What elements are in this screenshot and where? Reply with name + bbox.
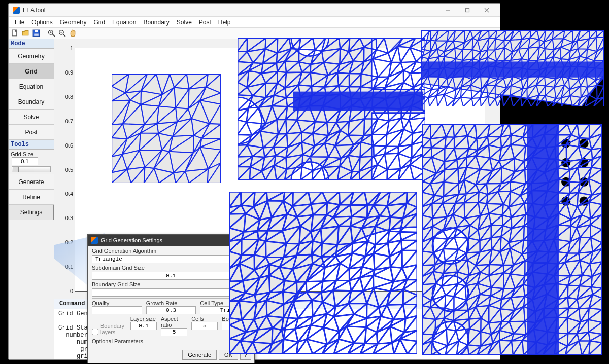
ytick: 0.8 bbox=[65, 94, 75, 100]
mode-grid[interactable]: Grid bbox=[9, 64, 54, 79]
boundary-layers-checkbox[interactable] bbox=[92, 329, 98, 335]
celltype-label: Cell Type bbox=[200, 300, 250, 306]
celltype-select[interactable] bbox=[200, 306, 250, 314]
boundary-gridsize-input[interactable] bbox=[92, 288, 250, 297]
mode-geometry[interactable]: Geometry bbox=[9, 49, 54, 64]
ytick: 0.2 bbox=[65, 239, 75, 245]
refine-button[interactable]: Refine bbox=[9, 190, 54, 205]
ytick: 0.9 bbox=[65, 69, 75, 76]
zoom-out-icon[interactable] bbox=[58, 29, 66, 38]
command-tab[interactable]: Command bbox=[54, 299, 90, 309]
svg-line-13 bbox=[63, 34, 65, 37]
svg-point-29 bbox=[561, 177, 570, 187]
svg-rect-1 bbox=[466, 8, 469, 12]
menu-geometry[interactable]: Geometry bbox=[57, 18, 90, 27]
mode-solve[interactable]: Solve bbox=[9, 110, 54, 125]
menu-solve[interactable]: Solve bbox=[174, 18, 195, 27]
minimize-button[interactable] bbox=[439, 5, 457, 15]
subdomain-label: Subdomain Grid Size bbox=[92, 265, 250, 271]
zoom-in-icon[interactable] bbox=[47, 29, 56, 38]
menu-help[interactable]: Help bbox=[215, 18, 234, 27]
algorithm-label: Grid Generation Algorithm bbox=[92, 248, 250, 254]
settings-button[interactable]: Settings bbox=[9, 205, 54, 220]
svg-point-25 bbox=[561, 139, 570, 148]
cells-label: Cells bbox=[191, 316, 218, 322]
svg-point-26 bbox=[579, 139, 588, 148]
cells-input[interactable] bbox=[191, 322, 218, 330]
xtick: 0.5 bbox=[276, 291, 284, 298]
svg-point-30 bbox=[579, 177, 588, 187]
close-icon[interactable]: ✕ bbox=[242, 237, 251, 244]
subdomain-gridsize-input[interactable] bbox=[92, 272, 250, 280]
mode-post[interactable]: Post bbox=[9, 125, 54, 140]
menu-boundary[interactable]: Boundary bbox=[140, 18, 172, 27]
ytick: 0.3 bbox=[65, 215, 75, 221]
menu-post[interactable]: Post bbox=[196, 18, 214, 27]
maximize-button[interactable] bbox=[458, 5, 477, 15]
dialog-title: Grid Generation Settings bbox=[101, 237, 162, 243]
gridsize-label: Grid Size bbox=[9, 150, 54, 157]
growth-rate-input[interactable] bbox=[146, 306, 196, 314]
dialog-ok-button[interactable]: OK bbox=[219, 350, 238, 360]
mode-header: Mode bbox=[9, 39, 54, 49]
ytick: 1 bbox=[70, 45, 75, 51]
open-folder-icon[interactable] bbox=[21, 29, 30, 38]
mode-equation[interactable]: Equation bbox=[9, 79, 54, 94]
growth-rate-label: Growth Rate bbox=[146, 300, 196, 306]
menu-options[interactable]: Options bbox=[28, 18, 55, 27]
quality-label: Quality bbox=[92, 300, 142, 306]
svg-point-27 bbox=[561, 158, 570, 167]
gridsize-slider[interactable] bbox=[12, 166, 51, 172]
maximize-icon[interactable]: ▢ bbox=[230, 237, 239, 244]
menu-grid[interactable]: Grid bbox=[90, 18, 108, 27]
minimize-icon[interactable]: — bbox=[218, 237, 227, 243]
dialog-generate-button[interactable]: Generate bbox=[182, 350, 217, 360]
menubar: File Options Geometry Grid Equation Boun… bbox=[9, 17, 500, 28]
pan-hand-icon[interactable] bbox=[69, 29, 77, 38]
svg-point-32 bbox=[579, 197, 588, 206]
window-title: FEATool bbox=[23, 7, 436, 14]
aspect-ratio-input[interactable] bbox=[161, 328, 187, 336]
close-button[interactable] bbox=[478, 5, 496, 15]
menu-file[interactable]: File bbox=[12, 18, 27, 27]
svg-point-28 bbox=[579, 158, 588, 167]
menu-equation[interactable]: Equation bbox=[109, 18, 139, 27]
ytick: 0.6 bbox=[65, 142, 75, 149]
aspect-ratio-label: Aspect ratio bbox=[161, 316, 187, 328]
boundary-layers-label: Boundary layers bbox=[100, 323, 126, 335]
generate-button[interactable]: Generate bbox=[9, 174, 54, 190]
svg-line-9 bbox=[53, 34, 55, 37]
new-file-icon[interactable] bbox=[11, 29, 19, 38]
ytick: 0.5 bbox=[65, 167, 75, 173]
ytick: 0.4 bbox=[65, 191, 75, 197]
svg-point-31 bbox=[561, 197, 570, 206]
optional-params-label: Optional Parameters bbox=[92, 338, 250, 344]
ytick: 0.1 bbox=[65, 264, 75, 270]
svg-rect-7 bbox=[34, 34, 39, 36]
quality-input[interactable] bbox=[92, 306, 142, 314]
app-icon bbox=[13, 7, 20, 14]
ytick: 0.7 bbox=[65, 118, 75, 124]
svg-rect-6 bbox=[35, 30, 38, 32]
app-icon bbox=[91, 237, 98, 244]
layersize-input[interactable] bbox=[130, 322, 157, 330]
dialog-help-button[interactable]: ? bbox=[240, 350, 251, 360]
algorithm-select[interactable] bbox=[92, 255, 250, 263]
tools-header: Tools bbox=[9, 140, 54, 150]
gridsize-input[interactable] bbox=[12, 157, 38, 165]
toolbar bbox=[9, 28, 500, 39]
boundaries-input[interactable] bbox=[222, 322, 250, 330]
boundaries-label: Boundaries bbox=[222, 316, 250, 322]
sidebar: Mode Geometry Grid Equation Boundary Sol… bbox=[9, 39, 54, 359]
mode-boundary[interactable]: Boundary bbox=[9, 94, 54, 110]
ytick: 0 bbox=[70, 288, 75, 294]
svg-rect-21 bbox=[527, 124, 558, 355]
boundary-gridsize-label: Boundary Grid Size bbox=[92, 281, 250, 287]
grid-settings-dialog: Grid Generation Settings — ▢ ✕ Grid Gene… bbox=[87, 234, 255, 363]
save-disk-icon[interactable] bbox=[32, 29, 41, 38]
layersize-label: Layer size bbox=[130, 316, 157, 322]
titlebar: FEATool bbox=[9, 4, 500, 17]
